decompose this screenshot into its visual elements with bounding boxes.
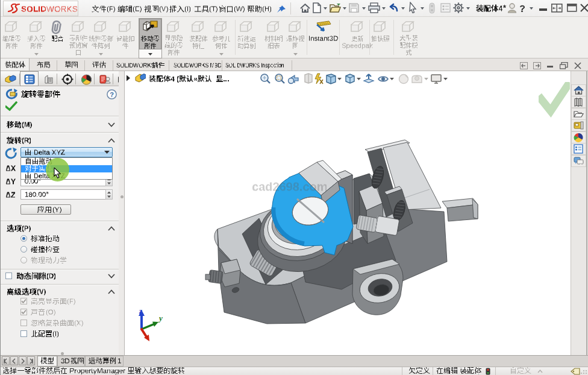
svg-text:?: ? (110, 91, 114, 98)
